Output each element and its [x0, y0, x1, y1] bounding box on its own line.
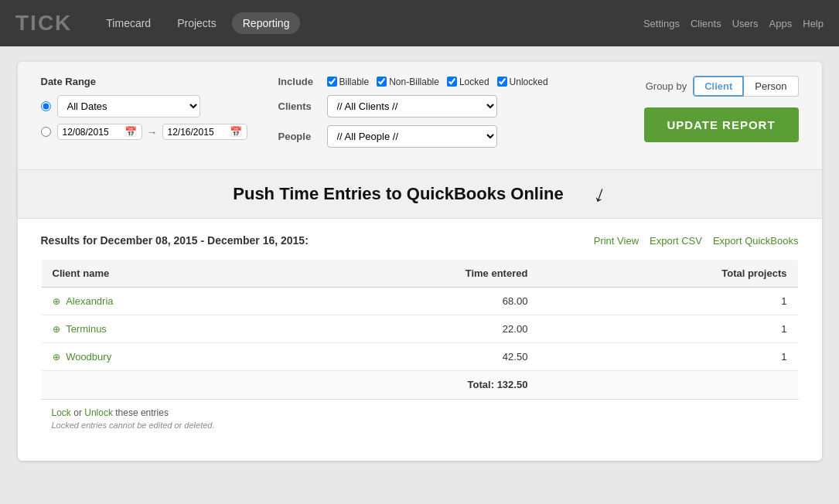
promo-arrow-icon: ↓ — [590, 179, 610, 208]
nav-timecard[interactable]: Timecard — [95, 12, 162, 34]
nav-apps[interactable]: Apps — [769, 18, 793, 29]
total-label: Total: — [468, 379, 494, 390]
people-row: People // All People // — [278, 125, 613, 148]
locked-label: Locked — [459, 77, 489, 87]
locked-checkbox[interactable] — [447, 77, 457, 87]
expand-icon-terminus: ⊕ — [53, 324, 60, 335]
unlocked-checkbox[interactable] — [497, 77, 507, 87]
date-from-input[interactable] — [63, 127, 124, 138]
include-row: Include Billable Non-Billable Locked — [278, 76, 613, 87]
date-to-wrap: 📅 — [162, 124, 247, 140]
lock-action-text: these entries — [115, 407, 169, 418]
results-actions: Print View Export CSV Export QuickBooks — [594, 235, 799, 247]
navbar: TICK Timecard Projects Reporting Setting… — [0, 0, 839, 46]
expand-icon-alexandria: ⊕ — [53, 296, 60, 307]
lock-link[interactable]: Lock — [52, 407, 71, 418]
nav-projects[interactable]: Projects — [166, 12, 227, 34]
clients-select[interactable]: // All Clients // — [327, 95, 497, 117]
billable-checkbox[interactable] — [327, 77, 337, 87]
billable-checkbox-item: Billable — [327, 77, 370, 87]
time-cell-terminus: 22.00 — [288, 315, 538, 343]
col-client-name: Client name — [41, 260, 288, 288]
all-dates-select[interactable]: All Dates This Week Last Week This Month… — [57, 95, 200, 117]
all-dates-radio[interactable] — [41, 101, 51, 111]
main-container: Date Range All Dates This Week Last Week… — [18, 62, 822, 461]
results-title: Results for December 08, 2015 - December… — [41, 234, 309, 247]
table-row: ⊕ Woodbury 42.50 1 — [41, 343, 798, 371]
promo-banner: Push Time Entries to QuickBooks Online ↓ — [18, 170, 822, 219]
filter-bar: Date Range All Dates This Week Last Week… — [18, 62, 822, 170]
table-row: ⊕ Alexandria 68.00 1 — [41, 288, 798, 315]
client-link-terminus[interactable]: Terminus — [66, 323, 107, 335]
clients-label: Clients — [278, 100, 321, 112]
group-by-person-btn[interactable]: Person — [744, 76, 798, 97]
group-by-client-btn[interactable]: Client — [693, 76, 744, 97]
client-link-woodbury[interactable]: Woodbury — [66, 351, 111, 363]
lock-note: Locked entries cannot be edited or delet… — [52, 421, 788, 430]
logo: TICK — [15, 11, 72, 36]
calendar-from-icon[interactable]: 📅 — [124, 126, 137, 138]
nav-links: Timecard Projects Reporting — [95, 12, 643, 34]
group-by-row: Group by Client Person — [646, 76, 799, 97]
table-row: ⊕ Terminus 22.00 1 — [41, 315, 798, 343]
include-label: Include — [278, 76, 321, 87]
client-cell-alexandria: ⊕ Alexandria — [41, 288, 288, 315]
nav-users[interactable]: Users — [732, 18, 759, 29]
date-to-input[interactable] — [168, 127, 230, 138]
lock-action-row: Lock or Unlock these entries — [52, 407, 788, 418]
time-cell-alexandria: 68.00 — [288, 288, 538, 315]
calendar-to-icon[interactable]: 📅 — [230, 126, 242, 138]
nav-help[interactable]: Help — [803, 18, 824, 29]
locked-checkbox-item: Locked — [447, 77, 489, 87]
custom-date-radio[interactable] — [41, 127, 51, 137]
results-section: Results for December 08, 2015 - December… — [18, 219, 822, 461]
total-row: Total: 132.50 — [41, 371, 798, 399]
group-btn-group: Client Person — [693, 76, 798, 97]
nav-clients[interactable]: Clients — [691, 18, 721, 29]
checkbox-group: Billable Non-Billable Locked Unlocked — [327, 77, 548, 87]
promo-text: Push Time Entries to QuickBooks Online — [233, 184, 563, 204]
custom-date-row: 📅 → 📅 — [41, 124, 247, 140]
include-section: Include Billable Non-Billable Locked — [278, 76, 613, 155]
update-report-button[interactable]: UPDATE REPORT — [644, 107, 799, 142]
col-total-projects: Total projects — [538, 260, 798, 288]
client-link-alexandria[interactable]: Alexandria — [66, 295, 113, 307]
unlocked-checkbox-item: Unlocked — [497, 77, 548, 87]
nav-settings[interactable]: Settings — [643, 18, 680, 29]
people-select[interactable]: // All People // — [327, 125, 497, 148]
client-cell-woodbury: ⊕ Woodbury — [41, 343, 288, 371]
total-label-cell — [41, 371, 288, 399]
nav-reporting[interactable]: Reporting — [232, 12, 301, 34]
total-projects-cell — [538, 371, 798, 399]
lock-or-text: or — [73, 407, 84, 418]
group-update-section: Group by Client Person UPDATE REPORT — [644, 76, 799, 142]
projects-cell-woodbury: 1 — [538, 343, 798, 371]
date-from-wrap: 📅 — [57, 124, 142, 140]
unlock-link[interactable]: Unlock — [84, 407, 113, 418]
date-range-inputs: 📅 → 📅 — [57, 124, 247, 140]
projects-cell-alexandria: 1 — [538, 288, 798, 315]
client-cell-terminus: ⊕ Terminus — [41, 315, 288, 343]
date-range-title: Date Range — [41, 76, 247, 87]
results-table: Client name Time entered Total projects … — [41, 259, 799, 399]
all-dates-row: All Dates This Week Last Week This Month… — [41, 95, 247, 117]
projects-cell-terminus: 1 — [538, 315, 798, 343]
date-range-section: Date Range All Dates This Week Last Week… — [41, 76, 247, 146]
col-time-entered: Time entered — [288, 260, 538, 288]
nav-right: Settings Clients Users Apps Help — [643, 18, 824, 29]
lock-section: Lock or Unlock these entries Locked entr… — [41, 399, 799, 438]
group-by-label: Group by — [646, 80, 687, 92]
unlocked-label: Unlocked — [510, 77, 548, 87]
non-billable-label: Non-Billable — [389, 77, 439, 87]
print-view-link[interactable]: Print View — [594, 235, 639, 247]
non-billable-checkbox[interactable] — [377, 77, 387, 87]
table-header-row: Client name Time entered Total projects — [41, 260, 798, 288]
expand-icon-woodbury: ⊕ — [53, 352, 60, 363]
people-label: People — [278, 131, 321, 142]
time-cell-woodbury: 42.50 — [288, 343, 538, 371]
non-billable-checkbox-item: Non-Billable — [377, 77, 439, 87]
results-header: Results for December 08, 2015 - December… — [41, 234, 799, 247]
export-csv-link[interactable]: Export CSV — [650, 235, 702, 247]
total-value-cell: Total: 132.50 — [288, 371, 538, 399]
export-quickbooks-link[interactable]: Export QuickBooks — [713, 235, 799, 247]
